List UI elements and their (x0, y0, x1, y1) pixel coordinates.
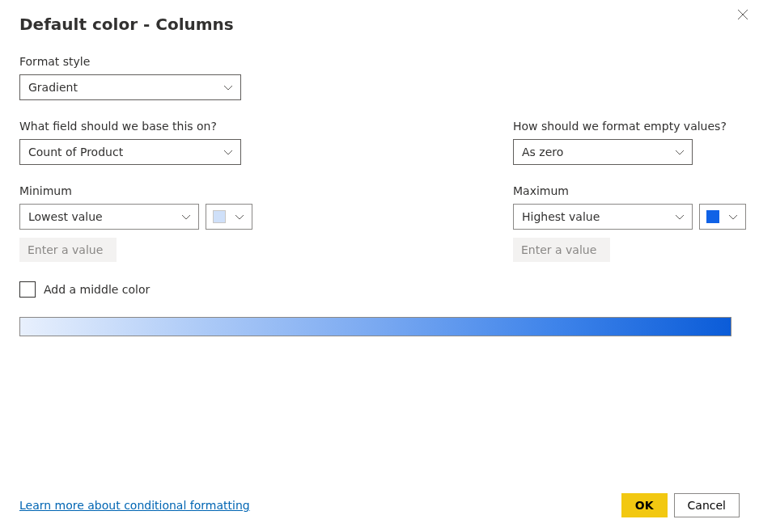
chevron-down-icon (180, 211, 192, 222)
field-base-label: What field should we base this on? (19, 120, 513, 133)
middle-color-checkbox[interactable] (19, 281, 36, 298)
chevron-down-icon (674, 211, 685, 222)
maximum-value: Highest value (522, 210, 600, 223)
format-style-value: Gradient (28, 81, 78, 94)
chevron-down-icon (727, 211, 739, 222)
maximum-value-input[interactable] (513, 238, 610, 262)
close-icon[interactable] (736, 8, 749, 21)
dialog-title: Default color - Columns (19, 15, 740, 34)
field-base-value: Count of Product (28, 146, 123, 158)
chevron-down-icon (234, 211, 245, 222)
maximum-color-swatch (706, 210, 719, 223)
field-base-dropdown[interactable]: Count of Product (19, 139, 241, 165)
cancel-button[interactable]: Cancel (674, 493, 740, 517)
empty-format-label: How should we format empty values? (513, 120, 740, 133)
chevron-down-icon (674, 146, 685, 158)
format-style-dropdown[interactable]: Gradient (19, 74, 241, 100)
maximum-dropdown[interactable]: Highest value (513, 204, 693, 230)
maximum-label: Maximum (513, 184, 746, 197)
minimum-value: Lowest value (28, 210, 103, 223)
chevron-down-icon (223, 146, 234, 158)
maximum-color-picker[interactable] (699, 204, 746, 230)
learn-more-link[interactable]: Learn more about conditional formatting (19, 499, 250, 512)
minimum-label: Minimum (19, 184, 513, 197)
format-style-label: Format style (19, 55, 740, 68)
middle-color-label: Add a middle color (44, 283, 150, 296)
gradient-preview (19, 317, 731, 336)
chevron-down-icon (223, 82, 234, 93)
minimum-value-input[interactable] (19, 238, 117, 262)
empty-format-value: As zero (522, 146, 563, 158)
minimum-color-picker[interactable] (206, 204, 252, 230)
minimum-dropdown[interactable]: Lowest value (19, 204, 199, 230)
ok-button[interactable]: OK (621, 493, 668, 517)
empty-format-dropdown[interactable]: As zero (513, 139, 693, 165)
minimum-color-swatch (213, 210, 226, 223)
